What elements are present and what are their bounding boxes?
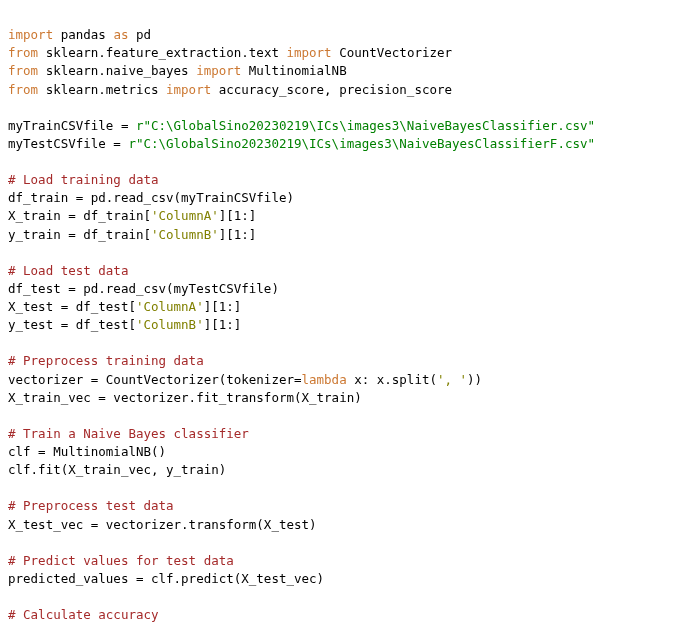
code-line: myTestCSVfile = r"C:\GlobalSino20230219\…	[8, 135, 689, 153]
token: x: x.split(	[347, 372, 437, 387]
code-line: # Preprocess training data	[8, 352, 689, 370]
code-line: # Calculate accuracy	[8, 606, 689, 624]
code-line	[8, 244, 689, 262]
token: 'ColumnA'	[151, 208, 219, 223]
token: # Predict values for test data	[8, 553, 234, 568]
token: # Preprocess training data	[8, 353, 204, 368]
token: # Train a Naive Bayes classifier	[8, 426, 249, 441]
token: # Load test data	[8, 263, 128, 278]
token: sklearn.naive_bayes	[38, 63, 196, 78]
token: sklearn.metrics	[38, 82, 166, 97]
token: df_train = pd.read_csv(myTrainCSVfile)	[8, 190, 294, 205]
token: MultinomialNB	[241, 63, 346, 78]
code-line: y_train = df_train['ColumnB'][1:]	[8, 226, 689, 244]
token: y_train = df_train[	[8, 227, 151, 242]
code-line	[8, 534, 689, 552]
token: ][1:]	[219, 227, 257, 242]
token: X_train_vec = vectorizer.fit_transform(X…	[8, 390, 362, 405]
code-line: from sklearn.feature_extraction.text imp…	[8, 44, 689, 62]
token: ][1:]	[219, 208, 257, 223]
token: 'ColumnA'	[136, 299, 204, 314]
code-line: # Load training data	[8, 171, 689, 189]
code-line: from sklearn.metrics import accuracy_sco…	[8, 81, 689, 99]
code-line: # Predict values for test data	[8, 552, 689, 570]
token: y_test = df_test[	[8, 317, 136, 332]
token: 'ColumnB'	[136, 317, 204, 332]
token: r"C:\GlobalSino20230219\ICs\images3\Naiv…	[128, 136, 595, 151]
code-line: vectorizer = CountVectorizer(tokenizer=l…	[8, 371, 689, 389]
token: as	[113, 27, 128, 42]
token: df_test = pd.read_csv(myTestCSVfile)	[8, 281, 279, 296]
code-block: import pandas as pdfrom sklearn.feature_…	[8, 26, 689, 624]
code-line: predicted_values = clf.predict(X_test_ve…	[8, 570, 689, 588]
code-line: import pandas as pd	[8, 26, 689, 44]
token: CountVectorizer	[332, 45, 452, 60]
token: pandas	[53, 27, 113, 42]
token: from	[8, 45, 38, 60]
token: X_test_vec = vectorizer.transform(X_test…	[8, 517, 317, 532]
token: vectorizer = CountVectorizer(tokenizer=	[8, 372, 302, 387]
code-line	[8, 588, 689, 606]
token: X_test = df_test[	[8, 299, 136, 314]
token: from	[8, 82, 38, 97]
code-line: df_train = pd.read_csv(myTrainCSVfile)	[8, 189, 689, 207]
token: r"C:\GlobalSino20230219\ICs\images3\Naiv…	[136, 118, 595, 133]
code-line	[8, 153, 689, 171]
token: import	[286, 45, 331, 60]
code-line: from sklearn.naive_bayes import Multinom…	[8, 62, 689, 80]
code-line: # Train a Naive Bayes classifier	[8, 425, 689, 443]
code-line: clf.fit(X_train_vec, y_train)	[8, 461, 689, 479]
token: 'ColumnB'	[151, 227, 219, 242]
token: clf.fit(X_train_vec, y_train)	[8, 462, 226, 477]
token: lambda	[302, 372, 347, 387]
token: accuracy_score, precision_score	[211, 82, 452, 97]
code-line: # Preprocess test data	[8, 497, 689, 515]
token: from	[8, 63, 38, 78]
code-line	[8, 334, 689, 352]
token: clf = MultinomialNB()	[8, 444, 166, 459]
code-line: X_train = df_train['ColumnA'][1:]	[8, 207, 689, 225]
code-line: myTrainCSVfile = r"C:\GlobalSino20230219…	[8, 117, 689, 135]
token: # Load training data	[8, 172, 159, 187]
token: myTestCSVfile =	[8, 136, 128, 151]
code-line	[8, 407, 689, 425]
code-line	[8, 479, 689, 497]
token: # Preprocess test data	[8, 498, 174, 513]
token: import	[8, 27, 53, 42]
code-line: X_train_vec = vectorizer.fit_transform(X…	[8, 389, 689, 407]
token: ][1:]	[204, 317, 242, 332]
token: ][1:]	[204, 299, 242, 314]
code-line	[8, 99, 689, 117]
token: import	[166, 82, 211, 97]
code-line: X_test = df_test['ColumnA'][1:]	[8, 298, 689, 316]
token: myTrainCSVfile =	[8, 118, 136, 133]
token: X_train = df_train[	[8, 208, 151, 223]
token: sklearn.feature_extraction.text	[38, 45, 286, 60]
token: ', '	[437, 372, 467, 387]
code-line: clf = MultinomialNB()	[8, 443, 689, 461]
token: # Calculate accuracy	[8, 607, 159, 622]
token: predicted_values = clf.predict(X_test_ve…	[8, 571, 324, 586]
code-line: # Load test data	[8, 262, 689, 280]
token: ))	[467, 372, 482, 387]
code-line: df_test = pd.read_csv(myTestCSVfile)	[8, 280, 689, 298]
code-line: y_test = df_test['ColumnB'][1:]	[8, 316, 689, 334]
token: import	[196, 63, 241, 78]
code-line: X_test_vec = vectorizer.transform(X_test…	[8, 516, 689, 534]
token: pd	[128, 27, 151, 42]
